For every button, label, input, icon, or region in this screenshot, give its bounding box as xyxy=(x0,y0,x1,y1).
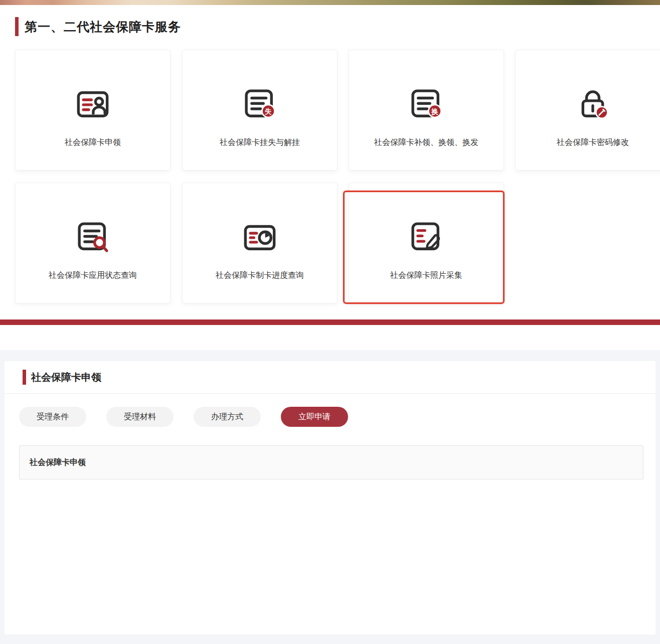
tab-handling-method[interactable]: 办理方式 xyxy=(194,407,261,427)
service-card-replace[interactable]: 换 社会保障卡补领、换领、换发 xyxy=(349,50,504,171)
service-card-loss-report[interactable]: 失 社会保障卡挂失与解挂 xyxy=(182,50,338,171)
lock-edit-icon xyxy=(571,80,614,128)
svg-text:失: 失 xyxy=(265,108,272,115)
page: 第一、二代社会保障卡服务 社会保障卡申领 失 xyxy=(0,0,660,644)
section-divider xyxy=(0,319,660,325)
service-card-label: 社会保障卡补领、换领、换发 xyxy=(374,137,478,148)
content-heading: 社会保障卡申领 xyxy=(30,457,86,468)
service-card-label: 社会保障卡制卡进度查询 xyxy=(216,270,304,281)
service-card-label: 社会保障卡照片采集 xyxy=(390,270,462,281)
tab-bar: 受理条件 受理材料 办理方式 立即申请 xyxy=(19,407,348,427)
section-title: 第一、二代社会保障卡服务 xyxy=(25,19,181,35)
service-card-label: 社会保障卡密码修改 xyxy=(557,137,629,148)
service-card-label: 社会保障卡挂失与解挂 xyxy=(220,137,300,148)
service-card-password[interactable]: 社会保障卡密码修改 xyxy=(515,50,660,171)
tab-required-materials[interactable]: 受理材料 xyxy=(106,407,174,427)
service-card-progress-query[interactable]: 社会保障卡制卡进度查询 xyxy=(182,183,338,303)
card-progress-clock-icon xyxy=(238,213,281,261)
service-card-status-query[interactable]: 社会保障卡应用状态查询 xyxy=(15,183,171,303)
content-heading-box: 社会保障卡申领 xyxy=(19,445,643,479)
id-card-person-icon xyxy=(71,80,114,128)
document-search-icon xyxy=(71,213,114,261)
service-card-apply[interactable]: 社会保障卡申领 xyxy=(15,50,171,171)
detail-panel-header: 社会保障卡申领 xyxy=(5,361,655,394)
service-card-label: 社会保障卡应用状态查询 xyxy=(49,270,137,281)
svg-text:换: 换 xyxy=(431,108,438,115)
section-header: 第一、二代社会保障卡服务 xyxy=(15,17,181,36)
tab-apply-now[interactable]: 立即申请 xyxy=(281,407,348,427)
banner-image-strip xyxy=(0,0,660,5)
document-edit-icon xyxy=(405,213,448,261)
service-card-label: 社会保障卡申领 xyxy=(65,137,121,148)
service-card-photo-capture[interactable]: 社会保障卡照片采集 xyxy=(349,183,504,303)
panel-accent-bar xyxy=(23,370,26,385)
section-accent-bar xyxy=(15,17,19,36)
document-loss-badge-icon: 失 xyxy=(238,80,281,128)
panel-title: 社会保障卡申领 xyxy=(31,371,101,384)
detail-panel: 社会保障卡申领 受理条件 受理材料 办理方式 立即申请 社会保障卡申领 xyxy=(5,361,655,634)
tab-acceptance-conditions[interactable]: 受理条件 xyxy=(19,407,86,427)
document-renew-badge-icon: 换 xyxy=(405,80,448,128)
detail-section-background: 社会保障卡申领 受理条件 受理材料 办理方式 立即申请 社会保障卡申领 xyxy=(0,350,660,644)
